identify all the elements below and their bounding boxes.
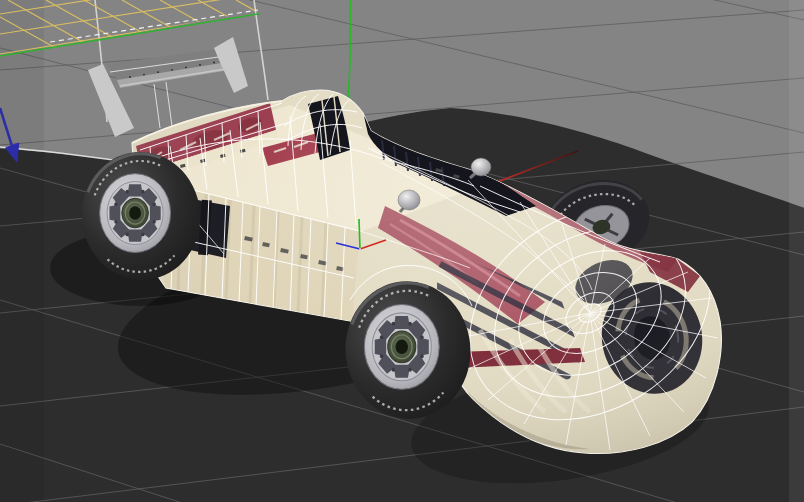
scene-canvas xyxy=(0,0,804,502)
left-wall-band xyxy=(0,0,44,502)
viewport-3d[interactable] xyxy=(0,0,804,502)
gizmo-y-axis[interactable] xyxy=(359,219,360,249)
right-wall-band xyxy=(789,0,804,502)
